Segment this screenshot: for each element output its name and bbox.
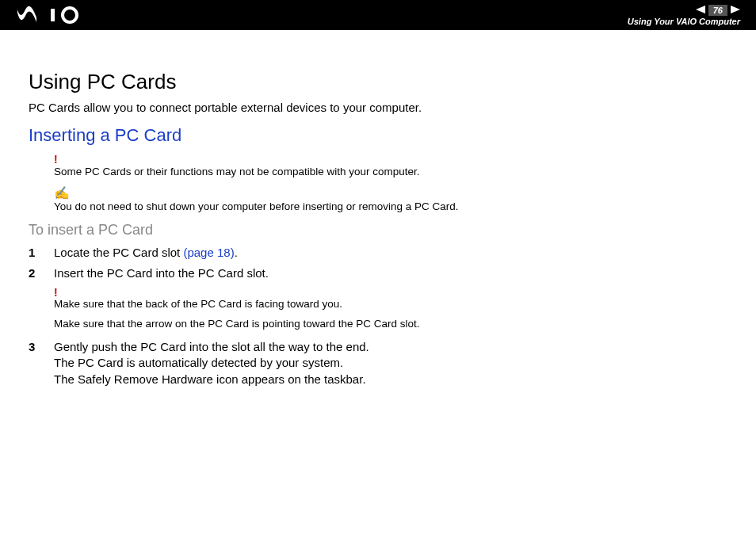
prev-page-arrow[interactable] — [696, 6, 705, 15]
step-line: The PC Card is automatically detected by… — [54, 356, 343, 369]
step-item: 1 Locate the PC Card slot (page 18). — [29, 245, 727, 261]
step-caution-text: Make sure that the arrow on the PC Card … — [54, 318, 727, 330]
heading-2: Inserting a PC Card — [29, 125, 727, 146]
caution-text: Some PC Cards or their functions may not… — [54, 166, 727, 177]
step-item: 2 Insert the PC Card into the PC Card sl… — [29, 265, 727, 281]
svg-point-1 — [63, 8, 77, 22]
pencil-icon: ✍ — [54, 187, 727, 200]
step-list: 1 Locate the PC Card slot (page 18). 2 I… — [29, 245, 727, 280]
exclaim-icon: ! — [54, 154, 727, 165]
step-caution-text: Make sure that the back of the PC Card i… — [54, 298, 727, 310]
intro-text: PC Cards allow you to connect portable e… — [29, 101, 727, 114]
info-text: You do not need to shut down your comput… — [54, 200, 727, 212]
step-body: Gently push the PC Card into the slot al… — [54, 339, 727, 387]
page-nav: 76 — [696, 5, 740, 16]
step-body: Locate the PC Card slot (page 18). — [54, 245, 727, 261]
section-label: Using Your VAIO Computer — [628, 17, 740, 26]
exclaim-icon: ! — [54, 287, 727, 298]
next-page-arrow[interactable] — [731, 6, 740, 15]
step-number: 3 — [29, 339, 54, 387]
header-right: 76 Using Your VAIO Computer — [628, 5, 740, 26]
svg-rect-0 — [51, 9, 55, 21]
step-body: Insert the PC Card into the PC Card slot… — [54, 265, 727, 281]
page-number: 76 — [708, 5, 727, 16]
header-bar: 76 Using Your VAIO Computer — [0, 0, 756, 30]
vaio-logo-svg — [16, 6, 95, 24]
step-line: Gently push the PC Card into the slot al… — [54, 340, 369, 353]
step-number: 1 — [29, 245, 54, 261]
vaio-logo — [16, 6, 95, 24]
caution-note: ! Some PC Cards or their functions may n… — [54, 154, 727, 177]
page-link[interactable]: (page 18) — [183, 246, 234, 259]
step-list-cont: 3 Gently push the PC Card into the slot … — [29, 339, 727, 387]
page-content: Using PC Cards PC Cards allow you to con… — [0, 30, 756, 387]
heading-3: To insert a PC Card — [29, 222, 727, 238]
step-text: Locate the PC Card slot — [54, 246, 183, 259]
info-note: ✍ You do not need to shut down your comp… — [54, 187, 727, 212]
step-caution: ! Make sure that the back of the PC Card… — [54, 287, 727, 330]
step-item: 3 Gently push the PC Card into the slot … — [29, 339, 727, 387]
step-line: The Safely Remove Hardware icon appears … — [54, 372, 366, 386]
heading-1: Using PC Cards — [29, 70, 727, 94]
step-number: 2 — [29, 265, 54, 281]
step-text-after: . — [235, 246, 238, 259]
